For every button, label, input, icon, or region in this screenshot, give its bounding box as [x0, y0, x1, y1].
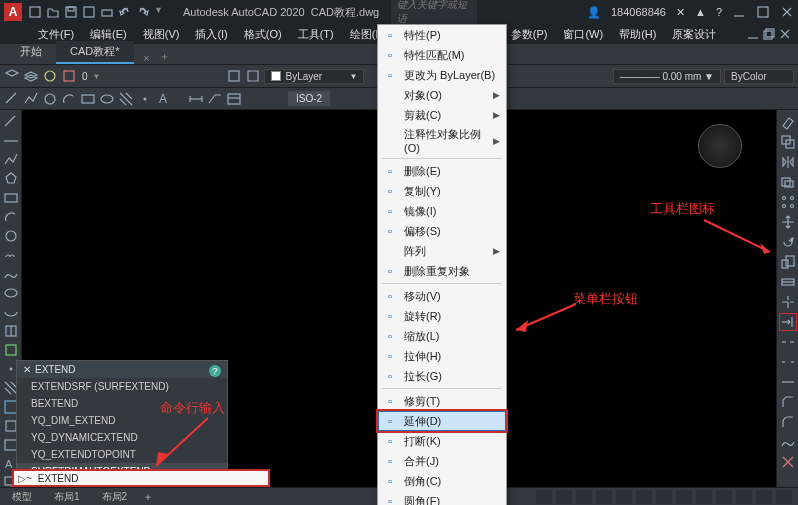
menu-item[interactable]: ▫旋转(R) [378, 306, 506, 326]
hatch-icon[interactable] [118, 91, 134, 107]
status-polar-icon[interactable] [596, 490, 612, 504]
autocomplete-header[interactable]: ✕ EXTEND ? [17, 361, 227, 378]
menu-item[interactable]: 对象(O)▶ [378, 85, 506, 105]
app-logo[interactable]: A [4, 3, 22, 21]
status-ws-icon[interactable] [756, 490, 772, 504]
status-snap-icon[interactable] [556, 490, 572, 504]
status-custom-icon[interactable] [776, 490, 792, 504]
ribbon-tab-doc[interactable]: CAD教程* [56, 41, 134, 64]
menu-view[interactable]: 视图(V) [135, 24, 188, 45]
block-tool-icon[interactable] [3, 342, 19, 357]
ellipse-icon[interactable] [99, 91, 115, 107]
rect-tool-icon[interactable] [3, 190, 19, 205]
point-icon[interactable] [137, 91, 153, 107]
line-icon[interactable] [4, 91, 20, 107]
menu-item[interactable]: ▫复制(Y) [378, 181, 506, 201]
erase-tool-icon[interactable] [780, 114, 796, 130]
ellipse-tool-icon[interactable] [3, 285, 19, 300]
array-tool-icon[interactable] [780, 194, 796, 210]
menu-item[interactable]: ▫缩放(L) [378, 326, 506, 346]
saveas-icon[interactable] [82, 5, 96, 19]
status-tran-icon[interactable] [676, 490, 692, 504]
spline-tool-icon[interactable] [3, 266, 19, 281]
menu-item[interactable]: ▫延伸(D) [378, 411, 506, 431]
blend-tool-icon[interactable] [780, 434, 796, 450]
arc-tool-icon[interactable] [3, 209, 19, 224]
xline-tool-icon[interactable] [3, 133, 19, 148]
doc-minimize-icon[interactable] [746, 27, 760, 41]
pline-tool-icon[interactable] [3, 152, 19, 167]
menu-item[interactable]: ▫移动(V) [378, 286, 506, 306]
plotcolor-dropdown[interactable]: ByColor [724, 69, 794, 84]
menu-item[interactable]: ▫更改为 ByLayer(B) [378, 65, 506, 85]
layer-chevron-icon[interactable]: ▼ [93, 72, 101, 81]
lineweight-dropdown[interactable]: ———— 0.00 mm ▼ [613, 69, 721, 84]
menu-item[interactable]: ▫删除(E) [378, 161, 506, 181]
autocomplete-item[interactable]: EXTENDSRF (SURFEXTEND) [17, 378, 227, 395]
menu-format[interactable]: 格式(O) [236, 24, 290, 45]
move-tool-icon[interactable] [780, 214, 796, 230]
menu-item[interactable]: ▫圆角(F) [378, 491, 506, 505]
break-tool-icon[interactable] [780, 354, 796, 370]
open-icon[interactable] [46, 5, 60, 19]
status-ann-icon[interactable] [736, 490, 752, 504]
chamfer-tool-icon[interactable] [780, 394, 796, 410]
layer4-icon[interactable] [61, 68, 77, 84]
ellipsearc-tool-icon[interactable] [3, 304, 19, 319]
autocomplete-item[interactable]: YQ_EXTENDTOPOINT [17, 446, 227, 463]
layer3-icon[interactable] [42, 68, 58, 84]
arc-icon[interactable] [61, 91, 77, 107]
menu-parametric[interactable]: 参数(P) [503, 24, 556, 45]
menu-item[interactable]: 剪裁(C)▶ [378, 105, 506, 125]
undo-icon[interactable] [118, 5, 132, 19]
pline-icon[interactable] [23, 91, 39, 107]
menu-item[interactable]: ▫拉伸(H) [378, 346, 506, 366]
ribbon-tab-start[interactable]: 开始 [6, 41, 56, 64]
cross-icon[interactable]: ✕ [23, 364, 31, 375]
menu-window[interactable]: 窗口(W) [555, 24, 611, 45]
menu-custom[interactable]: 原案设计 [664, 24, 724, 45]
stretch-tool-icon[interactable] [780, 274, 796, 290]
layout-tab-2[interactable]: 布局2 [96, 488, 134, 506]
join-tool-icon[interactable] [780, 374, 796, 390]
polygon-tool-icon[interactable] [3, 171, 19, 186]
status-lwt-icon[interactable] [656, 490, 672, 504]
mirror-tool-icon[interactable] [780, 154, 796, 170]
circle-icon[interactable] [42, 91, 58, 107]
menu-item[interactable]: 注释性对象比例(O)▶ [378, 125, 506, 156]
leader-icon[interactable] [207, 91, 223, 107]
menu-item[interactable]: ▫偏移(S) [378, 221, 506, 241]
plot-icon[interactable] [100, 5, 114, 19]
circle-tool-icon[interactable] [3, 228, 19, 243]
status-ortho-icon[interactable] [576, 490, 592, 504]
fillet-tool-icon[interactable] [780, 414, 796, 430]
save-icon[interactable] [64, 5, 78, 19]
linetype-dropdown[interactable]: ISO-2 [288, 91, 330, 106]
menu-item[interactable]: ▫特性匹配(M) [378, 45, 506, 65]
menu-item[interactable]: ▫删除重复对象 [378, 261, 506, 281]
trim-tool-icon[interactable] [780, 294, 796, 310]
menu-item[interactable]: ▫拉长(G) [378, 366, 506, 386]
extend-tool-icon[interactable] [780, 314, 796, 330]
tab-plus-icon[interactable]: ＋ [143, 490, 153, 504]
help-icon[interactable]: ? [716, 6, 722, 18]
user-id[interactable]: 184068846 [611, 6, 666, 18]
scale-tool-icon[interactable] [780, 254, 796, 270]
revcloud-tool-icon[interactable] [3, 247, 19, 262]
rect-icon[interactable] [80, 91, 96, 107]
tab-plus-icon[interactable]: ＋ [159, 49, 170, 64]
help-badge-icon[interactable]: ? [209, 365, 221, 377]
rotate-tool-icon[interactable] [780, 234, 796, 250]
menu-insert[interactable]: 插入(I) [187, 24, 235, 45]
menu-item[interactable]: 阵列▶ [378, 241, 506, 261]
doc-close-icon[interactable] [778, 27, 792, 41]
explode-tool-icon[interactable] [780, 454, 796, 470]
status-grid-icon[interactable] [536, 490, 552, 504]
layout-tab-1[interactable]: 布局1 [48, 488, 86, 506]
text-icon[interactable]: A [156, 91, 172, 107]
menu-item[interactable]: ▫合并(J) [378, 451, 506, 471]
autocomplete-item[interactable]: YQ_DYNAMICEXTEND [17, 429, 227, 446]
match-icon[interactable] [245, 68, 261, 84]
menu-help[interactable]: 帮助(H) [611, 24, 664, 45]
color-dropdown[interactable]: ByLayer ▼ [264, 69, 364, 84]
